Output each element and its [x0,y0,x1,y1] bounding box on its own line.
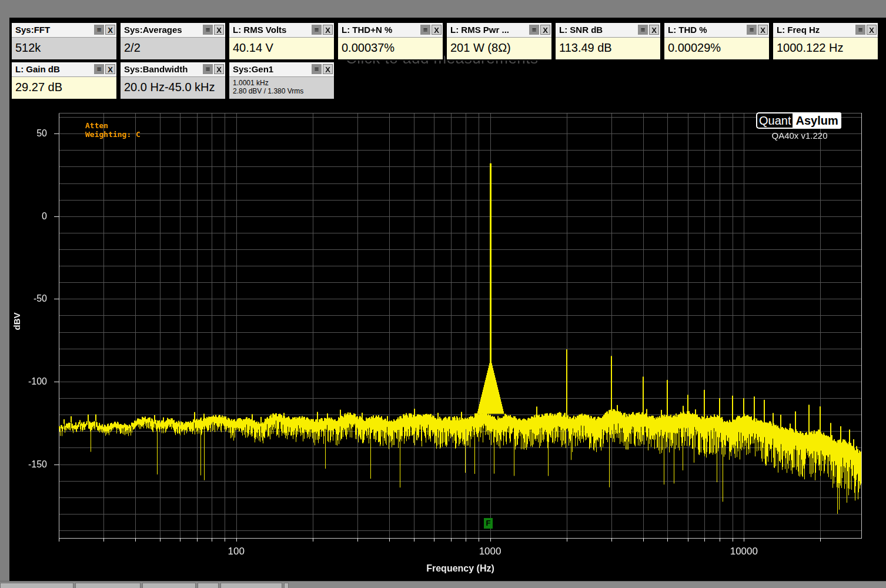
measurement-tile[interactable]: L: RMS Volts≡X40.14 V [228,22,335,61]
tile-header: L: Gain dB≡X [12,62,116,77]
tile-close-icon[interactable]: X [105,64,115,74]
y-tick-label: 0 [16,211,47,222]
tile-close-icon[interactable]: X [323,64,333,74]
tile-value: 1.0001 kHz2.80 dBV / 1.380 Vrms [229,77,334,99]
tile-value: 201 W (8Ω) [447,38,551,59]
tile-header: L: SNR dB≡X [556,23,660,38]
logo-quant-text: Quant [756,112,793,129]
tile-header: L: RMS Pwr ...≡X [447,23,551,38]
tile-close-icon[interactable]: X [867,25,877,35]
tile-title: L: Gain dB [15,64,60,74]
tile-value-line: 2.80 dBV / 1.380 Vrms [233,87,334,95]
tile-menu-icon[interactable]: ≡ [312,25,322,35]
x-tick-label: 10000 [717,546,770,557]
y-tick-label: -100 [16,376,47,387]
bottom-bar-button[interactable] [0,583,73,588]
measurement-tile[interactable]: Sys:FFT≡X512k [11,22,118,61]
tile-title: Sys:Gen1 [233,64,273,74]
bottom-bar-button[interactable] [284,583,289,588]
tile-close-icon[interactable]: X [323,25,333,35]
tile-menu-icon[interactable]: ≡ [855,25,865,35]
tile-close-icon[interactable]: X [105,25,115,35]
tile-menu-icon[interactable]: ≡ [747,25,757,35]
tile-value: 0.00029% [664,38,769,59]
tile-close-icon[interactable]: X [649,25,659,35]
y-tick-label: -50 [16,293,47,304]
bottom-bar-button[interactable] [220,583,282,588]
y-axis-title: dBV [12,309,22,335]
tile-value: 20.0 Hz-45.0 kHz [121,77,225,99]
measurement-tile[interactable]: L: RMS Pwr ...≡X201 W (8Ω) [446,22,553,61]
tile-title: L: RMS Pwr ... [450,25,509,35]
tile-close-icon[interactable]: X [758,25,768,35]
tile-menu-icon[interactable]: ≡ [529,25,539,35]
tile-menu-icon[interactable]: ≡ [94,25,104,35]
plot-annotation: Atten Weighting: C [85,121,141,139]
tile-value-line: 1.0001 kHz [233,79,334,87]
bottom-bar-button[interactable] [198,583,219,588]
tile-value: 512k [12,38,116,59]
tile-header: Sys:Averages≡X [121,23,225,38]
measurement-tile[interactable]: L: Gain dB≡X29.27 dB [11,61,118,100]
tile-header: L: Freq Hz≡X [773,23,878,38]
tile-close-icon[interactable]: X [432,25,442,35]
tile-title: L: Freq Hz [777,25,820,35]
measurement-tile[interactable]: L: THD %≡X0.00029% [663,22,770,61]
bottom-bar-button[interactable] [142,583,196,588]
logo-asylum-text: Asylum [793,112,841,129]
tile-header: Sys:Gen1≡X [229,62,334,77]
y-tick-label: -150 [16,459,47,470]
tile-menu-icon[interactable]: ≡ [420,25,430,35]
tile-header: Sys:FFT≡X [12,23,116,38]
tile-header: L: THD+N %≡X [338,23,443,38]
tile-title: L: THD % [668,25,707,35]
tile-menu-icon[interactable]: ≡ [638,25,648,35]
tile-title: Sys:Bandwidth [124,64,188,74]
tile-value: 113.49 dB [556,38,660,59]
tile-menu-icon[interactable]: ≡ [94,64,104,74]
x-tick-label: 1000 [464,546,517,557]
tile-close-icon[interactable]: X [540,25,550,35]
tile-value: 0.00037% [338,38,443,59]
tile-value: 29.27 dB [12,77,116,99]
measurement-tile[interactable]: L: Freq Hz≡X1000.122 Hz [772,22,879,61]
qa40x-window: { "tiles": { "menu_icon": "≡", "close_ic… [0,0,886,588]
tile-menu-icon[interactable]: ≡ [203,64,213,74]
tile-title: L: RMS Volts [233,25,286,35]
bottom-bar-button[interactable] [75,583,141,588]
tile-title: L: SNR dB [559,25,603,35]
tile-menu-icon[interactable]: ≡ [312,64,322,74]
bottom-control-bar [0,581,886,588]
tile-value: 2/2 [121,38,225,59]
tile-title: Sys:Averages [124,25,182,35]
tile-close-icon[interactable]: X [214,25,224,35]
fundamental-marker[interactable]: F [484,518,493,529]
tile-header: Sys:Bandwidth≡X [121,62,225,77]
tile-header: L: RMS Volts≡X [229,23,334,38]
tile-value: 40.14 V [229,38,334,59]
x-tick-label: 100 [210,546,263,557]
tile-header: L: THD %≡X [664,23,769,38]
measurement-tile[interactable]: Sys:Bandwidth≡X20.0 Hz-45.0 kHz [119,61,226,100]
tile-title: L: THD+N % [342,25,392,35]
measurement-tile[interactable]: L: SNR dB≡X113.49 dB [554,22,661,61]
tile-menu-icon[interactable]: ≡ [203,25,213,35]
tile-value: 1000.122 Hz [773,38,878,59]
tile-close-icon[interactable]: X [214,64,224,74]
tile-title: Sys:FFT [15,25,50,35]
measurement-tile[interactable]: Sys:Averages≡X2/2 [119,22,226,61]
measurement-tile[interactable]: Sys:Gen1≡X1.0001 kHz2.80 dBV / 1.380 Vrm… [228,61,335,100]
weighting-label: Weighting: C [85,130,141,139]
measurement-tile[interactable]: L: THD+N %≡X0.00037% [337,22,444,61]
y-tick-label: 50 [16,128,47,139]
atten-label: Atten [85,121,108,130]
x-axis-title: Frequency (Hz) [402,563,519,574]
quantasylum-logo: Quant Asylum [756,112,841,129]
app-version: QA40x v1.220 [756,131,843,141]
